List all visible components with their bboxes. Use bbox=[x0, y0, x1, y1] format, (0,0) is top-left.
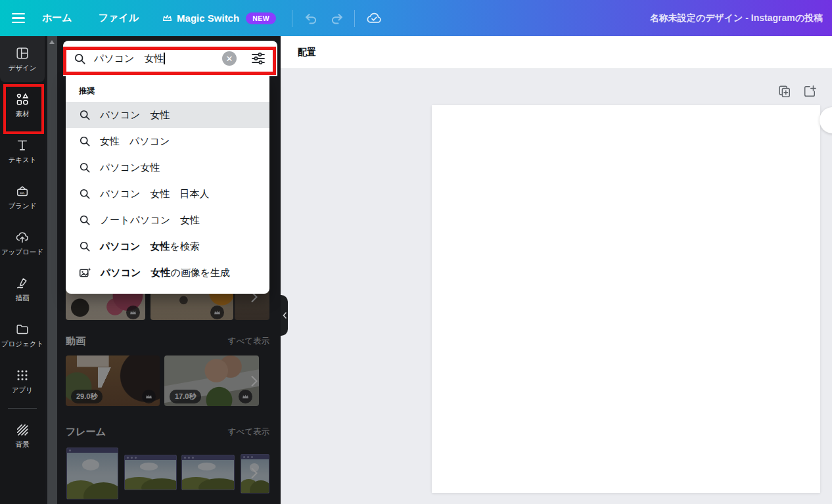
chevron-left-icon bbox=[283, 312, 287, 319]
new-badge: NEW bbox=[246, 12, 276, 24]
crown-icon bbox=[162, 14, 172, 22]
search-icon bbox=[74, 53, 86, 65]
pro-crown-badge bbox=[126, 306, 140, 319]
magic-switch-label: Magic Switch bbox=[177, 12, 239, 24]
suggestion-item[interactable]: パソコン 女性 日本人 bbox=[66, 181, 269, 207]
chevron-right-icon[interactable] bbox=[250, 375, 258, 390]
draw-pen-icon bbox=[15, 276, 30, 290]
sidebar-item-label: 背景 bbox=[16, 440, 30, 449]
search-icon bbox=[79, 188, 91, 200]
section-title: フレーム bbox=[66, 426, 106, 438]
arrange-button[interactable]: 配置 bbox=[292, 43, 321, 62]
sidebar-item-draw[interactable]: 描画 bbox=[0, 266, 45, 312]
search-icon bbox=[79, 162, 91, 173]
suggestion-text-bold: パソコン 女性 bbox=[101, 267, 170, 278]
add-page-button[interactable] bbox=[803, 85, 816, 98]
text-icon bbox=[15, 138, 30, 152]
design-icon bbox=[15, 46, 30, 60]
suggestion-item-search-action[interactable]: パソコン 女性を検索 bbox=[66, 233, 269, 260]
toolbar-divider bbox=[354, 10, 355, 27]
suggestion-item[interactable]: 女性 パソコン bbox=[66, 128, 269, 154]
sidebar-item-label: アプリ bbox=[12, 386, 33, 395]
hamburger-menu-icon[interactable] bbox=[12, 11, 25, 26]
frame-thumbnail[interactable] bbox=[66, 447, 118, 499]
menu-home[interactable]: ホーム bbox=[42, 12, 72, 24]
search-icon bbox=[79, 241, 91, 252]
magic-switch-button[interactable]: Magic Switch NEW bbox=[162, 12, 276, 24]
toolbar-divider bbox=[292, 10, 292, 27]
clear-search-button[interactable]: ✕ bbox=[222, 51, 237, 66]
suggestion-text: パソコン 女性 日本人 bbox=[100, 188, 209, 200]
see-all-videos-link[interactable]: すべて表示 bbox=[228, 336, 269, 347]
suggestion-item-generate-image[interactable]: パソコン 女性の画像を生成 bbox=[66, 260, 269, 286]
menu-file[interactable]: ファイル bbox=[99, 12, 139, 24]
search-icon bbox=[79, 135, 91, 147]
crown-icon bbox=[145, 394, 152, 400]
suggestions-header: 推奨 bbox=[79, 85, 269, 97]
duplicate-page-icon bbox=[778, 85, 791, 98]
search-input-value: パソコン 女性 bbox=[94, 53, 164, 65]
video-duration-badge: 29.0秒 bbox=[71, 390, 103, 403]
undo-icon bbox=[303, 11, 319, 26]
crown-icon bbox=[129, 309, 137, 315]
sidebar-item-elements[interactable]: 素材 bbox=[0, 82, 45, 128]
sidebar-item-background[interactable]: 背景 bbox=[0, 413, 45, 459]
sidebar-item-label: デザイン bbox=[9, 64, 37, 73]
search-suggestions-dropdown: 推奨 パソコン 女性 女性 パソコン パソコン女性 パソコン 女性 日本人 ノー… bbox=[66, 76, 269, 294]
suggestion-text: パソコン 女性 bbox=[100, 109, 170, 122]
scroll-up-icon[interactable] bbox=[49, 40, 55, 44]
sidebar-item-upload[interactable]: アップロード bbox=[0, 220, 45, 266]
cloud-check-icon bbox=[365, 10, 382, 27]
collapse-panel-button[interactable] bbox=[281, 295, 288, 336]
suggestion-text-suffix: の画像を生成 bbox=[170, 267, 230, 278]
frames-section-header: フレーム すべて表示 bbox=[66, 426, 269, 438]
suggestion-item[interactable]: パソコン 女性 bbox=[66, 102, 269, 128]
editor-toolbar: 配置 bbox=[281, 36, 832, 69]
redo-button[interactable] bbox=[329, 11, 345, 26]
sidebar-item-text[interactable]: テキスト bbox=[0, 128, 45, 174]
filter-sliders-icon bbox=[251, 51, 266, 66]
see-all-frames-link[interactable]: すべて表示 bbox=[228, 426, 269, 438]
suggestion-text: ノートパソコン 女性 bbox=[100, 214, 200, 227]
frame-thumbnail[interactable] bbox=[124, 455, 177, 490]
add-page-icon bbox=[803, 85, 816, 98]
suggestion-text-suffix: を検索 bbox=[170, 241, 199, 252]
undo-button[interactable] bbox=[303, 11, 319, 26]
brand-icon: co. bbox=[15, 184, 30, 198]
frame-thumbnail[interactable] bbox=[181, 455, 235, 490]
duplicate-page-button[interactable] bbox=[778, 85, 791, 98]
folder-icon bbox=[15, 322, 30, 336]
floating-action-button[interactable] bbox=[820, 107, 832, 133]
chevron-right-icon[interactable] bbox=[250, 467, 258, 482]
sidebar-item-design[interactable]: デザイン bbox=[0, 36, 45, 82]
crown-icon bbox=[214, 309, 221, 315]
elements-icon bbox=[15, 92, 30, 106]
suggestion-item[interactable]: ノートパソコン 女性 bbox=[66, 207, 269, 233]
sidebar-item-apps[interactable]: アプリ bbox=[0, 358, 45, 404]
document-title[interactable]: 名称未設定のデザイン - Instagramの投稿 bbox=[650, 12, 823, 24]
pro-crown-badge bbox=[142, 390, 156, 403]
suggestion-text: 女性 パソコン bbox=[100, 135, 170, 148]
video-duration-badge: 17.0秒 bbox=[170, 390, 201, 403]
save-status-button[interactable] bbox=[365, 10, 382, 27]
sidebar-item-projects[interactable]: プロジェクト bbox=[0, 312, 45, 358]
filter-button[interactable] bbox=[251, 51, 266, 68]
design-workspace bbox=[281, 69, 832, 504]
nav-divider bbox=[8, 408, 37, 409]
canva-editor: ホーム ファイル Magic Switch NEW 名称未設定のデザイン - I… bbox=[0, 0, 832, 504]
design-page[interactable] bbox=[432, 105, 820, 493]
search-icon bbox=[79, 109, 91, 121]
search-input[interactable]: パソコン 女性 ✕ bbox=[63, 41, 277, 76]
generate-image-icon bbox=[79, 267, 91, 279]
panel-scrollbar[interactable] bbox=[47, 36, 57, 504]
sidebar-item-brand[interactable]: co. ブランド bbox=[0, 174, 45, 220]
background-icon bbox=[15, 423, 30, 437]
suggestion-item[interactable]: パソコン女性 bbox=[66, 154, 269, 181]
apps-grid-icon bbox=[15, 368, 30, 382]
redo-icon bbox=[329, 11, 345, 26]
sidebar-item-label: 描画 bbox=[16, 294, 30, 303]
sidebar-item-label: ブランド bbox=[9, 202, 37, 211]
side-navigation: デザイン 素材 テキスト co. ブランド アップロード 描画 プロジェクト ア bbox=[0, 36, 45, 504]
sidebar-item-label: テキスト bbox=[9, 156, 37, 165]
videos-section-header: 動画 すべて表示 bbox=[66, 335, 269, 348]
